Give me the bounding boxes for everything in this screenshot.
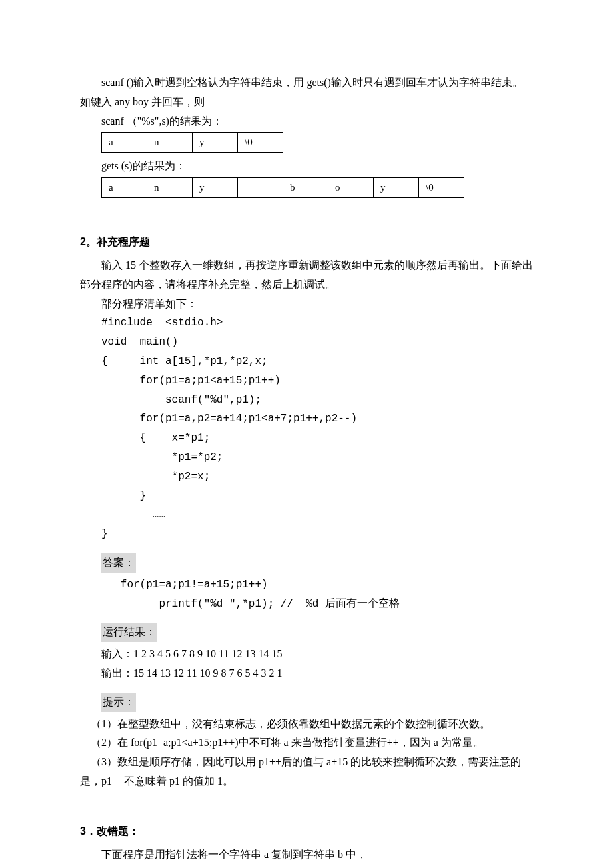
run-input: 输入：1 2 3 4 5 6 7 8 9 10 11 12 13 14 15 bbox=[80, 645, 533, 664]
cell: b bbox=[283, 178, 328, 198]
cell: y bbox=[193, 133, 238, 153]
answer-code: for(p1=a;p1!=a+15;p1++) printf("%d ",*p1… bbox=[80, 575, 533, 614]
cell bbox=[238, 178, 283, 198]
hint-2: （2）在 for(p1=a;p1<a+15;p1++)中不可将 a 来当做指针变… bbox=[80, 733, 533, 753]
hint-1: （1）在整型数组中，没有结束标志，必须依靠数组中数据元素的个数控制循环次数。 bbox=[80, 715, 533, 734]
section-3-desc: 下面程序是用指针法将一个字符串 a 复制到字符串 b 中， bbox=[80, 845, 533, 865]
section-2-desc2: 部分程序清单如下： bbox=[80, 295, 533, 314]
cell: o bbox=[328, 178, 374, 198]
section-2-desc: 输入 15 个整数存入一维数组，再按逆序重新调整该数组中元素的顺序然后再输出。下… bbox=[80, 256, 533, 295]
scanf-result-label: scanf （"%s",s)的结果为： bbox=[80, 112, 533, 131]
cell: y bbox=[374, 178, 419, 198]
gets-result-table: a n y b o y \0 bbox=[101, 177, 464, 198]
gets-result-label: gets (s)的结果为： bbox=[80, 157, 533, 176]
cell: n bbox=[147, 178, 193, 198]
run-output: 输出：15 14 13 12 11 10 9 8 7 6 5 4 3 2 1 bbox=[80, 664, 533, 683]
run-result-label: 运行结果： bbox=[101, 623, 157, 642]
intro-paragraph: scanf ()输入时遇到空格认为字符串结束，用 gets()输入时只有遇到回车… bbox=[80, 73, 533, 112]
scanf-result-table: a n y \0 bbox=[101, 132, 283, 153]
hint-label: 提示： bbox=[101, 693, 136, 712]
hint-3: （3）数组是顺序存储，因此可以用 p1++后的值与 a+15 的比较来控制循环次… bbox=[80, 753, 533, 791]
answer-label: 答案： bbox=[101, 553, 136, 573]
cell: y bbox=[193, 178, 238, 198]
section-2-title: 2。补充程序题 bbox=[80, 233, 533, 252]
code-listing: #include <stdio.h> void main() { int a[1… bbox=[80, 313, 533, 544]
section-3-title: 3．改错题： bbox=[80, 822, 533, 841]
cell: a bbox=[102, 178, 147, 198]
cell: a bbox=[102, 133, 147, 153]
cell: \0 bbox=[419, 178, 464, 198]
cell: n bbox=[147, 133, 193, 153]
cell: \0 bbox=[238, 133, 283, 153]
